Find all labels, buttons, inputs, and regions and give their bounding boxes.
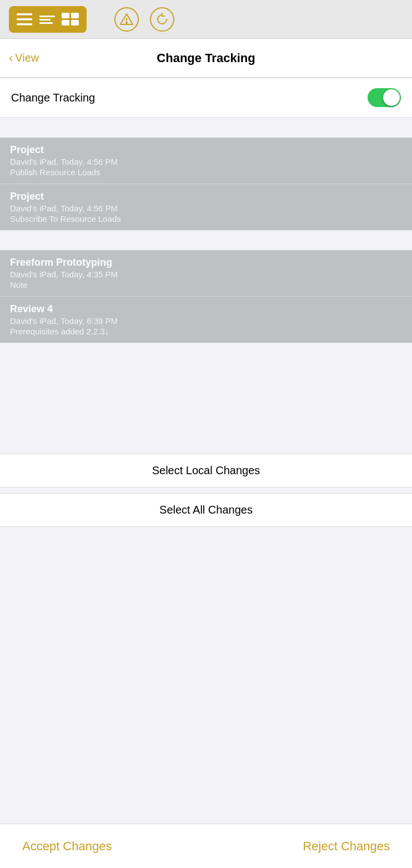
gap-1 <box>0 118 412 138</box>
svg-rect-3 <box>39 16 55 17</box>
svg-rect-4 <box>39 19 51 21</box>
change-item-name: Project <box>10 144 402 156</box>
main-content: Change Tracking Project David's iPad, To… <box>0 78 412 868</box>
change-item-meta: David's iPad, Today, 4:56 PM <box>10 204 402 213</box>
bottom-spacer <box>0 527 412 868</box>
back-label[interactable]: View <box>15 52 39 64</box>
select-local-label: Select Local Changes <box>152 464 260 477</box>
accept-changes-button[interactable]: Accept Changes <box>22 839 112 854</box>
change-tracking-label: Change Tracking <box>11 92 95 104</box>
changes-group-1: Project David's iPad, Today, 4:56 PM Pub… <box>0 138 412 230</box>
toggle-knob <box>383 89 400 106</box>
toolbar-right-icons <box>114 7 174 32</box>
change-tracking-toggle[interactable] <box>368 88 401 107</box>
page-title: Change Tracking <box>157 51 255 65</box>
change-item-meta: David's iPad, Today, 4:35 PM <box>10 270 402 279</box>
gap-2 <box>0 230 412 250</box>
columns-icon[interactable] <box>38 9 58 29</box>
change-item-desc: Subscribe To Resource Loads <box>10 214 402 224</box>
toolbar <box>0 0 412 39</box>
change-item-meta: David's iPad, Today, 6:39 PM <box>10 316 402 326</box>
change-item-desc: Note <box>10 280 402 290</box>
changes-group-2: Freeform Prototyping David's iPad, Today… <box>0 250 412 343</box>
hamburger-icon[interactable] <box>14 9 34 29</box>
reject-changes-button[interactable]: Reject Changes <box>303 839 390 854</box>
svg-rect-5 <box>39 22 53 24</box>
gap-3 <box>0 488 412 493</box>
change-tracking-toggle-row: Change Tracking <box>0 78 412 118</box>
change-item-meta: David's iPad, Today, 4:56 PM <box>10 157 402 166</box>
select-all-label: Select All Changes <box>159 504 253 516</box>
select-local-changes-button[interactable]: Select Local Changes <box>0 454 412 488</box>
spacer-1 <box>0 343 412 454</box>
toolbar-view-group[interactable] <box>9 6 87 33</box>
change-item-name: Freeform Prototyping <box>10 257 402 268</box>
svg-rect-1 <box>17 18 32 21</box>
svg-point-12 <box>126 22 127 23</box>
change-item-name: Review 4 <box>10 303 402 315</box>
change-item[interactable]: Freeform Prototyping David's iPad, Today… <box>0 250 412 296</box>
chevron-left-icon: ‹ <box>9 51 13 65</box>
svg-rect-2 <box>17 23 32 26</box>
nav-header: ‹ View Change Tracking <box>0 39 412 78</box>
svg-rect-9 <box>71 20 79 26</box>
select-all-changes-button[interactable]: Select All Changes <box>0 493 412 527</box>
grid-icon[interactable] <box>61 9 81 29</box>
change-item[interactable]: Project David's iPad, Today, 4:56 PM Sub… <box>0 184 412 230</box>
svg-rect-6 <box>62 13 69 18</box>
svg-rect-8 <box>62 20 69 26</box>
change-item[interactable]: Project David's iPad, Today, 4:56 PM Pub… <box>0 138 412 184</box>
history-icon[interactable] <box>150 7 174 32</box>
bottom-bar: Accept Changes Reject Changes <box>0 824 412 868</box>
change-item-desc: Publish Resource Loads <box>10 167 402 177</box>
back-button[interactable]: ‹ View <box>9 51 39 65</box>
svg-rect-7 <box>71 13 79 18</box>
change-item[interactable]: Review 4 David's iPad, Today, 6:39 PM Pr… <box>0 296 412 343</box>
change-item-name: Project <box>10 191 402 202</box>
change-item-desc: Prerequisites added 2.2.3↓ <box>10 327 402 336</box>
svg-rect-0 <box>17 13 32 16</box>
alert-icon[interactable] <box>114 7 139 32</box>
